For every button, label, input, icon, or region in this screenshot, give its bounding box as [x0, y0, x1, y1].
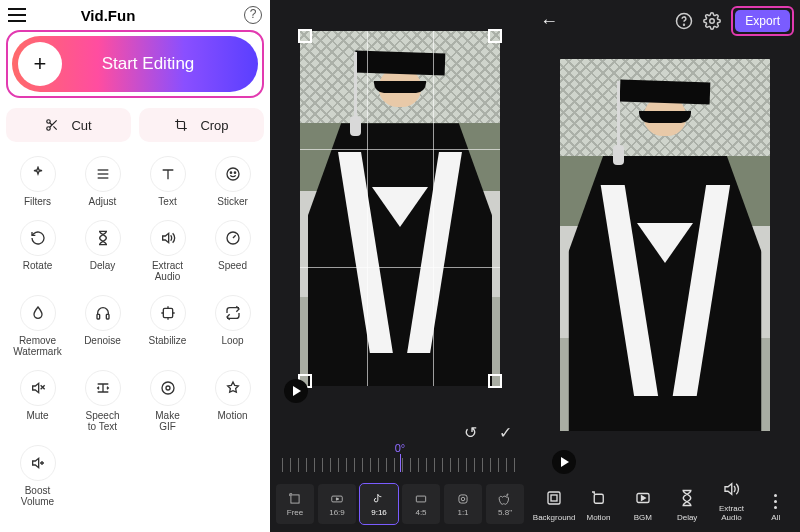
export-play-row [530, 450, 800, 476]
svg-rect-10 [106, 314, 109, 319]
tool-boost_volume[interactable]: BoostVolume [6, 445, 69, 508]
crop-confirm-row: ↺ ✓ [270, 417, 530, 442]
home-panel: Vid.Fun ? + Start Editing Cut Crop Filte… [0, 0, 270, 532]
cut-button[interactable]: Cut [6, 108, 131, 142]
svg-rect-16 [291, 494, 299, 502]
tool-label: Rotate [23, 260, 52, 272]
export-tool-all[interactable]: All [756, 494, 796, 522]
play-button[interactable] [552, 450, 576, 474]
ratio-1_1[interactable]: 1:1 [444, 484, 482, 524]
text-icon [150, 156, 186, 192]
tool-stabilize[interactable]: Stabilize [136, 295, 199, 358]
ratio-4_5[interactable]: 4:5 [402, 484, 440, 524]
svg-rect-18 [416, 496, 425, 502]
audio-out-icon [722, 480, 740, 500]
confirm-crop-icon[interactable]: ✓ [499, 423, 512, 442]
crop-frame[interactable] [300, 31, 500, 386]
svg-rect-24 [548, 492, 560, 504]
crop-handle-tl[interactable] [298, 29, 312, 43]
export-editor-panel: ← Export BackgroundMotionBGMDelayExtract… [530, 0, 800, 532]
app-brand: Vid.Fun [81, 7, 136, 24]
tool-denoise[interactable]: Denoise [71, 295, 134, 358]
svg-rect-11 [163, 308, 172, 317]
ratio-apple[interactable]: 5.8" [486, 484, 524, 524]
ratio-label: 16:9 [329, 508, 345, 517]
ratio-16_9[interactable]: 16:9 [318, 484, 356, 524]
crop-handle-br[interactable] [488, 374, 502, 388]
tool-make_gif[interactable]: MakeGIF [136, 370, 199, 433]
tool-motion[interactable]: Motion [201, 370, 264, 433]
export-tool-delay[interactable]: Delay [667, 489, 707, 522]
tool-label: BoostVolume [21, 485, 54, 508]
svg-point-1 [47, 127, 51, 131]
crop-handle-tr[interactable] [488, 29, 502, 43]
hourglass-icon [85, 220, 121, 256]
export-tool-label: Extract Audio [711, 504, 751, 522]
export-header: ← Export [530, 0, 800, 40]
svg-point-0 [47, 120, 51, 124]
svg-point-20 [461, 497, 465, 501]
stabilize-icon [150, 295, 186, 331]
export-tool-background[interactable]: Background [534, 489, 574, 522]
settings-icon[interactable] [703, 12, 721, 30]
cut-crop-row: Cut Crop [6, 108, 264, 142]
back-icon[interactable]: ← [540, 11, 558, 32]
crop-editor-panel: ↺ ✓ 0° Free16:99:164:51:15.8" [270, 0, 530, 532]
rotation-value: 0° [395, 442, 406, 454]
tool-loop[interactable]: Loop [201, 295, 264, 358]
export-tool-extract_audio[interactable]: Extract Audio [711, 480, 751, 522]
export-toolbar: BackgroundMotionBGMDelayExtract AudioAll [530, 476, 800, 532]
home-header: Vid.Fun ? [6, 4, 264, 30]
tool-mute[interactable]: Mute [6, 370, 69, 433]
crop-canvas[interactable] [270, 0, 530, 417]
ratio-label: 1:1 [457, 508, 468, 517]
tool-speech_to_text[interactable]: Speechto Text [71, 370, 134, 433]
tool-adjust[interactable]: Adjust [71, 156, 134, 208]
smile-icon [215, 156, 251, 192]
ratio-free[interactable]: Free [276, 484, 314, 524]
tool-label: Filters [24, 196, 51, 208]
menu-icon[interactable] [6, 6, 28, 24]
ratio-label: 4:5 [415, 508, 426, 517]
ratio-9_16[interactable]: 9:16 [360, 484, 398, 524]
start-editing-label: Start Editing [38, 54, 258, 74]
vol-plus-icon [20, 445, 56, 481]
tool-rotate[interactable]: Rotate [6, 220, 69, 283]
svg-point-7 [234, 172, 235, 173]
crop-button[interactable]: Crop [139, 108, 264, 142]
export-tool-label: BGM [634, 513, 652, 522]
reset-rotation-icon[interactable]: ↺ [464, 423, 477, 442]
svg-rect-19 [459, 494, 467, 502]
tool-label: Denoise [84, 335, 121, 347]
tool-label: Text [158, 196, 176, 208]
tool-label: Sticker [217, 196, 248, 208]
tool-remove_watermark[interactable]: RemoveWatermark [6, 295, 69, 358]
play-button[interactable] [284, 379, 308, 403]
audio-out-icon [150, 220, 186, 256]
export-button[interactable]: Export [735, 10, 790, 32]
ratio-label: Free [287, 508, 303, 517]
tool-sticker[interactable]: Sticker [201, 156, 264, 208]
tool-speed[interactable]: Speed [201, 220, 264, 283]
export-canvas[interactable] [530, 40, 800, 450]
svg-point-15 [166, 386, 170, 390]
export-tool-label: Background [533, 513, 576, 522]
start-editing-highlight: + Start Editing [6, 30, 264, 98]
rotation-slider[interactable]: 0° [270, 442, 530, 478]
tool-grid: FiltersAdjustTextStickerRotateDelayExtra… [6, 156, 264, 508]
help-icon[interactable]: ? [244, 6, 262, 24]
droplet-icon [20, 295, 56, 331]
tool-extract_audio[interactable]: ExtractAudio [136, 220, 199, 283]
speech-icon [85, 370, 121, 406]
tool-filters[interactable]: Filters [6, 156, 69, 208]
tool-label: Speed [218, 260, 247, 272]
export-tool-motion[interactable]: Motion [578, 489, 618, 522]
headphones-icon [85, 295, 121, 331]
help-icon[interactable] [675, 12, 693, 30]
export-tool-label: Motion [586, 513, 610, 522]
start-editing-button[interactable]: + Start Editing [12, 36, 258, 92]
tool-delay[interactable]: Delay [71, 220, 134, 283]
export-tool-bgm[interactable]: BGM [623, 489, 663, 522]
export-label: Export [745, 14, 780, 28]
tool-text[interactable]: Text [136, 156, 199, 208]
